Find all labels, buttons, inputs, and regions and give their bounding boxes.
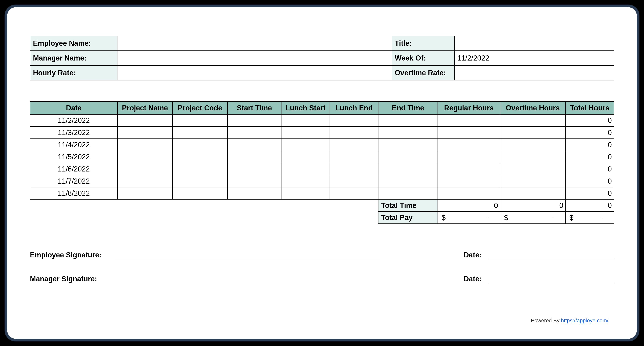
cell-overtime-hours[interactable] [500, 126, 566, 139]
cell-project-code[interactable] [172, 151, 228, 163]
cell-project-name[interactable] [118, 139, 172, 151]
cell-start-time[interactable] [228, 126, 281, 139]
cell-date[interactable]: 11/2/2022 [30, 114, 118, 126]
employee-signature-row: Employee Signature: Date: [30, 250, 614, 259]
cell-date[interactable]: 11/6/2022 [30, 163, 118, 175]
cell-regular-hours[interactable] [438, 175, 500, 187]
cell-start-time[interactable] [228, 151, 281, 163]
cell-project-code[interactable] [172, 163, 228, 175]
col-project-code: Project Code [172, 101, 228, 114]
cell-lunch-start[interactable] [281, 175, 330, 187]
cell-date[interactable]: 11/3/2022 [30, 126, 118, 139]
pay-value: - [600, 214, 602, 222]
cell-lunch-end[interactable] [330, 114, 378, 126]
cell-date[interactable]: 11/5/2022 [30, 151, 118, 163]
cell-regular-hours[interactable] [438, 163, 500, 175]
col-date: Date [30, 101, 118, 114]
cell-lunch-start[interactable] [281, 126, 330, 139]
total-pay-row: Total Pay $ - $ - $ - [30, 212, 614, 224]
timesheet-table: Date Project Name Project Code Start Tim… [30, 101, 614, 224]
manager-name-value[interactable] [117, 51, 392, 65]
info-row-3: Hourly Rate: Overtime Rate: [30, 65, 614, 80]
cell-lunch-start[interactable] [281, 139, 330, 151]
cell-lunch-start[interactable] [281, 187, 330, 199]
cell-project-name[interactable] [118, 126, 172, 139]
cell-regular-hours[interactable] [438, 139, 500, 151]
title-value[interactable] [454, 36, 614, 51]
cell-date[interactable]: 11/4/2022 [30, 139, 118, 151]
cell-end-time[interactable] [378, 114, 438, 126]
hourly-rate-value[interactable] [117, 65, 392, 80]
cell-project-name[interactable] [118, 114, 172, 126]
blank-cell [30, 199, 378, 212]
cell-regular-hours[interactable] [438, 151, 500, 163]
manager-signature-line[interactable] [115, 274, 380, 283]
cell-project-name[interactable] [118, 187, 172, 199]
cell-lunch-end[interactable] [330, 175, 378, 187]
cell-lunch-start[interactable] [281, 151, 330, 163]
cell-project-name[interactable] [118, 163, 172, 175]
cell-project-name[interactable] [118, 151, 172, 163]
cell-start-time[interactable] [228, 187, 281, 199]
cell-lunch-end[interactable] [330, 139, 378, 151]
info-row-2: Manager Name: Week Of: 11/2/2022 [30, 51, 614, 65]
cell-project-code[interactable] [172, 175, 228, 187]
cell-project-code[interactable] [172, 126, 228, 139]
manager-signature-row: Manager Signature: Date: [30, 274, 614, 283]
cell-regular-hours[interactable] [438, 126, 500, 139]
employee-date-line[interactable] [488, 250, 614, 259]
cell-end-time[interactable] [378, 175, 438, 187]
cell-regular-hours[interactable] [438, 114, 500, 126]
cell-end-time[interactable] [378, 126, 438, 139]
blank-cell [30, 212, 378, 224]
cell-overtime-hours[interactable] [500, 187, 566, 199]
col-project-name: Project Name [118, 101, 172, 114]
total-time-overtime: 0 [500, 199, 566, 212]
cell-start-time[interactable] [228, 163, 281, 175]
cell-project-name[interactable] [118, 175, 172, 187]
week-of-value[interactable]: 11/2/2022 [454, 51, 614, 65]
cell-end-time[interactable] [378, 151, 438, 163]
currency-symbol: $ [442, 214, 446, 222]
employee-name-value[interactable] [117, 36, 392, 51]
cell-end-time[interactable] [378, 139, 438, 151]
col-lunch-end: Lunch End [330, 101, 378, 114]
cell-end-time[interactable] [378, 163, 438, 175]
cell-overtime-hours[interactable] [500, 114, 566, 126]
cell-start-time[interactable] [228, 114, 281, 126]
cell-start-time[interactable] [228, 175, 281, 187]
cell-overtime-hours[interactable] [500, 175, 566, 187]
hourly-rate-label: Hourly Rate: [30, 65, 117, 80]
signature-area: Employee Signature: Date: Manager Signat… [30, 250, 614, 283]
cell-date[interactable]: 11/7/2022 [30, 175, 118, 187]
manager-name-label: Manager Name: [30, 51, 117, 65]
cell-project-code[interactable] [172, 187, 228, 199]
timesheet-header-row: Date Project Name Project Code Start Tim… [30, 101, 614, 114]
cell-lunch-start[interactable] [281, 163, 330, 175]
employee-signature-line[interactable] [115, 250, 380, 259]
cell-lunch-end[interactable] [330, 126, 378, 139]
manager-signature-label: Manager Signature: [30, 275, 115, 283]
cell-lunch-end[interactable] [330, 187, 378, 199]
cell-lunch-start[interactable] [281, 114, 330, 126]
table-row: 11/7/2022 0 [30, 175, 614, 187]
cell-project-code[interactable] [172, 139, 228, 151]
spacer [30, 80, 614, 101]
cell-overtime-hours[interactable] [500, 139, 566, 151]
cell-lunch-end[interactable] [330, 151, 378, 163]
total-time-regular: 0 [438, 199, 500, 212]
cell-overtime-hours[interactable] [500, 151, 566, 163]
cell-overtime-hours[interactable] [500, 163, 566, 175]
cell-project-code[interactable] [172, 114, 228, 126]
cell-date[interactable]: 11/8/2022 [30, 187, 118, 199]
cell-start-time[interactable] [228, 139, 281, 151]
col-start-time: Start Time [228, 101, 281, 114]
overtime-rate-value[interactable] [454, 65, 614, 80]
cell-total-hours: 0 [566, 139, 614, 151]
manager-date-label: Date: [464, 275, 488, 283]
cell-regular-hours[interactable] [438, 187, 500, 199]
powered-by-link[interactable]: https://apploye.com/ [561, 317, 608, 323]
cell-end-time[interactable] [378, 187, 438, 199]
cell-lunch-end[interactable] [330, 163, 378, 175]
manager-date-line[interactable] [488, 274, 614, 283]
